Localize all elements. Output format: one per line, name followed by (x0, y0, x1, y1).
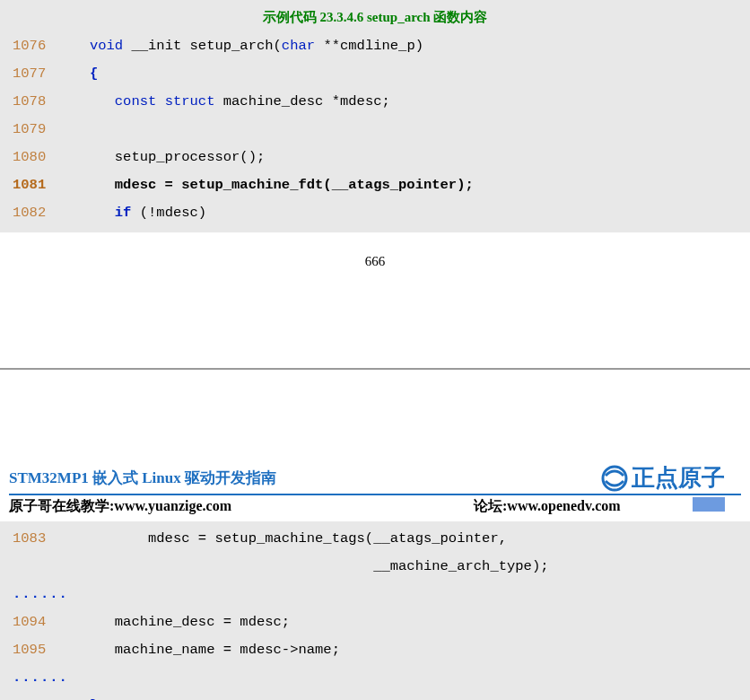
code-ellipsis: ...... (0, 664, 750, 692)
code-line: 1079 (0, 116, 750, 144)
brand-logo: 正点原子 (601, 462, 725, 494)
line-number: 1079 (0, 116, 65, 144)
subheader-right: 论坛:www.openedv.com (474, 497, 621, 516)
line-number: 1083 (0, 525, 65, 553)
forum-label: 论坛: (474, 498, 507, 513)
code-content: void __init setup_arch(char **cmdline_p) (65, 32, 750, 60)
code-line: 1083 mdesc = setup_machine_tags(__atags_… (0, 525, 750, 553)
code-content: if (!mdesc) (65, 199, 750, 227)
code-content: { (65, 60, 750, 88)
line-number: 1076 (0, 32, 65, 60)
code-line: 1080 setup_processor(); (0, 144, 750, 171)
code-line: 1077 { (0, 60, 750, 88)
code-line: 1076 void __init setup_arch(char **cmdli… (0, 32, 750, 60)
line-number: 1094 (0, 608, 65, 636)
code-content: __machine_arch_type); (65, 553, 750, 581)
code-line: 1174 } (0, 692, 750, 700)
line-number: 1080 (0, 144, 65, 171)
line-number: 1095 (0, 636, 65, 664)
code-line: 1082 if (!mdesc) (0, 199, 750, 227)
logo-text: 正点原子 (632, 462, 725, 494)
code-content: } (65, 692, 750, 700)
line-number: 1081 (0, 171, 65, 199)
code-line: 1094 machine_desc = mdesc; (0, 608, 750, 636)
code-line: __machine_arch_type); (0, 553, 750, 581)
line-number: 1082 (0, 199, 65, 227)
doc-header: STM32MP1 嵌入式 Linux 驱动开发指南 正点原子 (0, 459, 750, 490)
page-number: 666 (0, 254, 750, 269)
subheader-left: 原子哥在线教学:www.yuanzige.com (9, 498, 231, 513)
code-content: machine_desc = mdesc; (65, 608, 750, 636)
code-block-1: 示例代码 23.3.4.6 setup_arch 函数内容 1076 void … (0, 0, 750, 232)
code-content: mdesc = setup_machine_tags(__atags_point… (65, 525, 750, 553)
teach-url: www.yuanzige.com (114, 498, 231, 513)
line-number (0, 553, 65, 581)
code-block-2: 1083 mdesc = setup_machine_tags(__atags_… (0, 521, 750, 700)
line-number: 1077 (0, 60, 65, 88)
code-content (65, 116, 750, 144)
line-number: 1174 (0, 692, 65, 700)
code-block-title: 示例代码 23.3.4.6 setup_arch 函数内容 (0, 4, 750, 32)
page-separator (0, 368, 750, 370)
line-number: 1078 (0, 88, 65, 116)
code-line: 1078 const struct machine_desc *mdesc; (0, 88, 750, 116)
forum-url: www.openedv.com (507, 498, 620, 513)
code-line: 1081 mdesc = setup_machine_fdt(__atags_p… (0, 171, 750, 199)
logo-icon (601, 465, 628, 492)
code-content: const struct machine_desc *mdesc; (65, 88, 750, 116)
doc-title: STM32MP1 嵌入式 Linux 驱动开发指南 (9, 468, 276, 488)
code-content: mdesc = setup_machine_fdt(__atags_pointe… (65, 171, 750, 199)
doc-subheader: 原子哥在线教学:www.yuanzige.com 论坛:www.openedv.… (0, 495, 750, 521)
code-line: 1095 machine_name = mdesc->name; (0, 636, 750, 664)
teach-label: 原子哥在线教学: (9, 498, 114, 513)
code-content: machine_name = mdesc->name; (65, 636, 750, 664)
code-content: setup_processor(); (65, 144, 750, 171)
code-ellipsis: ...... (0, 581, 750, 608)
